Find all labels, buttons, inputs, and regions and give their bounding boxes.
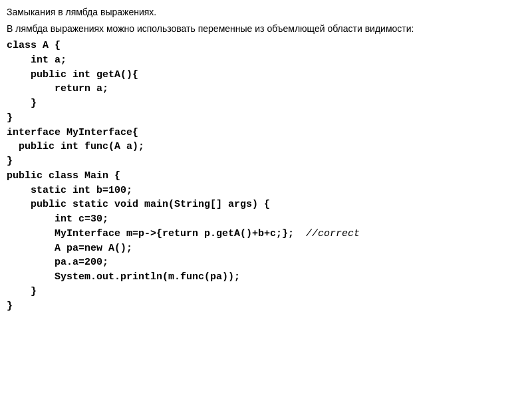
code-line-2: int a; <box>7 53 525 68</box>
code-line-19: } <box>7 299 525 314</box>
code-line-18: } <box>7 285 525 299</box>
code-line-4: return a; <box>7 82 525 96</box>
intro-line2: В лямбда выражениях можно использовать п… <box>7 22 525 36</box>
code-line-11: static int b=100; <box>7 184 525 198</box>
code-line-15: A pa=new A(); <box>7 241 525 256</box>
intro-section: Замыкания в лямбда выражениях. В лямбда … <box>7 5 525 36</box>
code-line-1: class A { <box>7 39 525 53</box>
code-line-5: } <box>7 96 525 111</box>
code-line-3: public int getA(){ <box>7 68 525 82</box>
code-line-16: pa.a=200; <box>7 255 525 270</box>
code-line-14: MyInterface m=p->{return p.getA()+b+c;};… <box>7 227 525 241</box>
code-line-13: int c=30; <box>7 212 525 227</box>
code-line-7: interface MyInterface{ <box>7 126 525 140</box>
code-line-6: } <box>7 111 525 126</box>
intro-line1: Замыкания в лямбда выражениях. <box>7 5 525 19</box>
code-line-8: public int func(A a); <box>7 140 525 154</box>
code-line-17: System.out.println(m.func(pa)); <box>7 270 525 285</box>
code-line-12: public static void main(String[] args) { <box>7 198 525 212</box>
code-line-10: public class Main { <box>7 169 525 184</box>
code-line-9: } <box>7 154 525 169</box>
code-block: class A { int a; public int getA(){ retu… <box>7 39 525 313</box>
